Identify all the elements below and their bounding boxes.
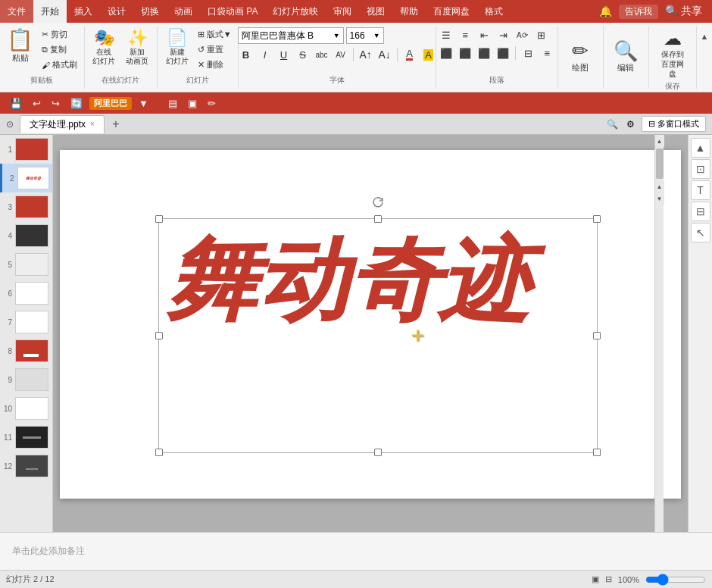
format-painter-button[interactable]: 🖌 格式刷 (39, 58, 80, 72)
add-doc-tab-btn[interactable]: + (108, 116, 124, 133)
align-right-button[interactable]: ⬛ (476, 45, 492, 61)
bell-icon[interactable]: 🔔 (595, 4, 616, 19)
slide-thumb-5[interactable]: 5 (0, 250, 52, 279)
slide-thumb-7[interactable]: 7 (0, 308, 52, 336)
refresh-btn[interactable]: 🔄 (67, 96, 86, 111)
handle-n[interactable] (374, 215, 382, 223)
letter-spacing-button[interactable]: AV (333, 47, 349, 62)
tab-transition[interactable]: 切换 (133, 0, 167, 23)
drawing-button[interactable]: ✏ 绘图 (564, 39, 596, 76)
convert-to-smartart-button[interactable]: ⊞ (532, 27, 549, 42)
highlight-button[interactable]: A (420, 47, 437, 62)
tab-format[interactable]: 格式 (477, 0, 511, 23)
slide-thumb-3[interactable]: 3 (0, 192, 52, 221)
tab-search-icon[interactable]: 🔍 (605, 117, 620, 132)
multi-window-btn[interactable]: ⊟ 多窗口模式 (642, 116, 706, 132)
underline-button[interactable]: U (276, 47, 292, 62)
doc-tab-close[interactable]: × (90, 115, 95, 133)
tab-animation[interactable]: 动画 (167, 0, 200, 23)
italic-button[interactable]: I (257, 47, 273, 62)
text-direction-button[interactable]: A⟳ (514, 27, 530, 42)
collapse-ribbon-button[interactable]: ▲ (697, 29, 712, 44)
delete-slide-button[interactable]: ✕ 删除 (195, 58, 235, 72)
tab-home[interactable]: 开始 (33, 0, 67, 23)
line-spacing-button[interactable]: ≡ (539, 45, 555, 61)
tab-bar-home-icon[interactable]: ⊙ (3, 117, 17, 131)
slide-thumb-1[interactable]: 1 (0, 135, 52, 164)
tab-design[interactable]: 设计 (100, 0, 133, 23)
editing-button[interactable]: 🔍 编辑 (610, 39, 642, 76)
decrease-font-button[interactable]: A↓ (376, 47, 393, 62)
search-share-btn[interactable]: 🔍 共享 (661, 3, 706, 20)
strikethrough-button[interactable]: S (295, 47, 311, 62)
reset-button[interactable]: ↺ 重置 (195, 42, 235, 57)
view-slider-btn-status[interactable]: ⊟ (605, 574, 612, 584)
font-size-input[interactable]: 166 ▼ (346, 27, 384, 44)
tab-view[interactable]: 视图 (359, 0, 392, 23)
layout-button[interactable]: ⊞ 版式▼ (195, 27, 235, 42)
save-quick-btn[interactable]: 💾 (6, 96, 26, 111)
scroll-down-arrow-1[interactable]: ▲ (655, 180, 664, 192)
scroll-thumb[interactable] (656, 149, 664, 179)
doc-tab[interactable]: 文字处理.pptx × (20, 115, 105, 133)
format-btn-1[interactable]: ▲ (691, 138, 710, 158)
scroll-up-arrow[interactable]: ▲ (655, 135, 664, 147)
view-normal-btn[interactable]: ▣ (184, 96, 201, 111)
slide-thumb-6[interactable]: 6 (0, 279, 52, 308)
handle-w[interactable] (155, 332, 163, 339)
text-shadow-button[interactable]: abc (314, 47, 330, 62)
handle-se[interactable] (593, 449, 601, 456)
dropdown-qa-btn[interactable]: ▼ (135, 96, 152, 111)
bold-button[interactable]: B (238, 47, 255, 62)
copy-button[interactable]: ⧉ 复制 (39, 42, 80, 57)
columns-button[interactable]: ⊟ (520, 45, 536, 61)
tab-file[interactable]: 文件 (0, 0, 33, 23)
tab-pocket-animation[interactable]: 口袋动画 PA (200, 0, 265, 23)
tab-baidu-pan[interactable]: 百度网盘 (426, 0, 477, 23)
align-left-button[interactable]: ⬛ (438, 45, 454, 61)
notes-area[interactable]: 单击此处添加备注 (0, 532, 712, 570)
handle-e[interactable] (593, 332, 601, 339)
add-animation-button[interactable]: ✨ 新加动画页 (121, 27, 153, 68)
format-btn-4[interactable]: ⊟ (691, 202, 710, 221)
handle-sw[interactable] (155, 449, 163, 456)
slide-thumb-2[interactable]: 2 舞动奇迹 (0, 164, 52, 192)
slide-thumb-8[interactable]: 8 (0, 336, 52, 365)
scroll-down-arrow-2[interactable]: ▼ (655, 192, 664, 205)
paste-button[interactable]: 📋 粘贴 (3, 27, 37, 66)
numbering-button[interactable]: ≡ (457, 27, 473, 42)
format-btn-5[interactable]: ↖ (691, 223, 710, 242)
format-btn-2[interactable]: ⊡ (691, 159, 710, 179)
decrease-indent-button[interactable]: ⇤ (476, 27, 492, 42)
format-btn-3[interactable]: T (691, 180, 710, 200)
slide-thumb-11[interactable]: 11 (0, 423, 52, 452)
tab-settings-icon[interactable]: ⚙ (623, 117, 639, 132)
tab-insert[interactable]: 插入 (67, 0, 100, 23)
increase-indent-button[interactable]: ⇥ (495, 27, 511, 42)
slide-thumb-12[interactable]: 12 (0, 452, 52, 480)
undo-btn[interactable]: ↩ (29, 96, 45, 111)
font-color-button[interactable]: A (401, 47, 418, 62)
tab-help[interactable]: 帮助 (392, 0, 426, 23)
tell-me-btn[interactable]: 告诉我 (619, 5, 658, 19)
slide-thumb-10[interactable]: 10 (0, 394, 52, 423)
save-button[interactable]: ☁ 保存到百度网盘 (655, 27, 690, 81)
justify-button[interactable]: ⬛ (495, 45, 511, 61)
new-slide-button[interactable]: 📄 新建幻灯片 (161, 27, 193, 68)
rotate-handle[interactable] (372, 196, 384, 208)
zoom-slider[interactable] (645, 574, 706, 586)
slide-thumb-9[interactable]: 9 (0, 365, 52, 394)
text-box[interactable]: 舞动奇迹 ✛ (158, 218, 598, 453)
handle-nw[interactable] (155, 215, 163, 223)
slide-thumb-4[interactable]: 4 (0, 221, 52, 250)
cut-button[interactable]: ✂ 剪切 (39, 27, 80, 42)
online-slides-button[interactable]: 🎭 在线幻灯片 (88, 27, 120, 68)
tab-slideshow[interactable]: 幻灯片放映 (265, 0, 326, 23)
edit-btn[interactable]: ✏ (204, 96, 220, 111)
increase-font-button[interactable]: A↑ (358, 47, 374, 62)
font-name-input[interactable]: 阿里巴巴普惠体 B ▼ (238, 27, 344, 44)
redo-btn[interactable]: ↪ (48, 96, 64, 111)
bullets-button[interactable]: ☰ (438, 27, 454, 42)
view-normal-btn-status[interactable]: ▣ (592, 574, 599, 584)
handle-s[interactable] (374, 449, 382, 456)
